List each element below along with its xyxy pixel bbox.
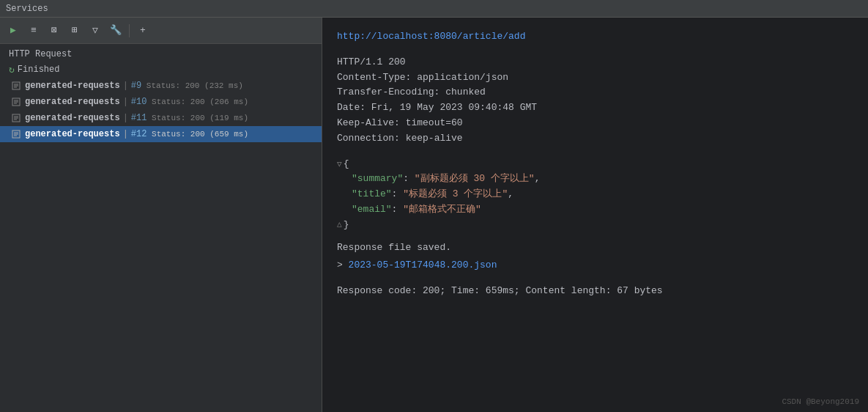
tree-section-http-request: HTTP Request xyxy=(0,47,322,62)
json-open-brace: { xyxy=(344,158,349,169)
response-saved-link[interactable]: 2023-05-19T174048.200.json xyxy=(349,260,497,271)
watermark: CSDN @Beyong2019 xyxy=(782,397,859,406)
title-label: Services xyxy=(6,4,48,14)
tree-group-finished: ↻ Finished xyxy=(0,62,322,78)
main-layout: ▶ ≡ ⊠ ⊞ ▽ 🔧 + xyxy=(0,18,868,412)
date-key: Date: xyxy=(337,102,366,113)
response-summary: Response code: 200; Time: 659ms; Content… xyxy=(337,284,853,299)
status-line-text: HTTP/1.1 200 xyxy=(337,56,406,67)
item-name-9: generated-requests xyxy=(25,81,120,91)
item-sep-12: | xyxy=(123,129,128,139)
response-saved-text: Response file saved. xyxy=(337,240,853,256)
finished-icon: ↻ xyxy=(9,64,15,76)
json-title-key: "title" xyxy=(352,188,392,199)
transfer-encoding-value: chunked xyxy=(439,87,485,98)
json-close-brace: } xyxy=(344,218,349,233)
json-email-key: "email" xyxy=(352,204,392,215)
keep-alive-key: Keep-Alive: xyxy=(337,117,400,128)
play-icon: ▶ xyxy=(10,26,16,35)
content-type-key: Content-Type: xyxy=(337,72,411,83)
tree-item-12[interactable]: generated-requests | #12 Status: 200 (65… xyxy=(0,126,322,142)
stop-icon: ⊠ xyxy=(51,26,57,35)
header-transfer-encoding: Transfer-Encoding: chunked xyxy=(337,85,853,100)
settings-button[interactable]: 🔧 xyxy=(107,22,125,40)
item-status-12: Status: 200 (659 ms) xyxy=(146,130,248,139)
request-icon-9 xyxy=(10,80,22,92)
json-close-block: △} xyxy=(337,218,853,233)
item-name-11: generated-requests xyxy=(25,113,120,123)
rerun-all-button[interactable]: ≡ xyxy=(25,22,42,40)
toolbar: ▶ ≡ ⊠ ⊞ ▽ 🔧 + xyxy=(0,18,322,44)
item-name-10: generated-requests xyxy=(25,97,120,107)
json-body: ▽{ "summary": "副标题必须 30 个字以上", "title": … xyxy=(337,157,853,233)
date-value: Fri, 19 May 2023 09:40:48 GMT xyxy=(366,102,537,113)
tree-item-9[interactable]: generated-requests | #9 Status: 200 (232… xyxy=(0,78,322,94)
request-icon-10 xyxy=(10,96,22,108)
http-request-label: HTTP Request xyxy=(9,49,72,59)
header-keep-alive: Keep-Alive: timeout=60 xyxy=(337,116,853,131)
json-title-value: "标题必须 3 个字以上" xyxy=(403,188,508,199)
json-summary-value: "副标题必须 30 个字以上" xyxy=(415,173,535,184)
json-summary-line: "summary": "副标题必须 30 个字以上", xyxy=(337,172,853,187)
tree-item-10[interactable]: generated-requests | #10 Status: 200 (20… xyxy=(0,94,322,110)
item-sep-11: | xyxy=(123,113,128,123)
header-date: Date: Fri, 19 May 2023 09:40:48 GMT xyxy=(337,100,853,116)
layout-button[interactable]: ⊞ xyxy=(66,22,84,40)
item-status-9: Status: 200 (232 ms) xyxy=(141,81,243,90)
request-icon-11 xyxy=(10,112,22,124)
wrench-icon: 🔧 xyxy=(110,26,122,35)
title-bar: Services xyxy=(0,0,868,18)
transfer-encoding-key: Transfer-Encoding: xyxy=(337,87,439,98)
rerun-all-icon: ≡ xyxy=(31,26,37,35)
item-status-11: Status: 200 (119 ms) xyxy=(146,114,248,122)
content-type-value: application/json xyxy=(411,72,508,83)
filter-button[interactable]: ▽ xyxy=(86,22,104,40)
item-number-10: #10 xyxy=(131,97,147,107)
item-sep-9: | xyxy=(123,81,128,91)
filter-icon: ▽ xyxy=(92,26,98,35)
item-name-12: generated-requests xyxy=(25,129,120,139)
response-headers: HTTP/1.1 200 Content-Type: application/j… xyxy=(337,55,853,147)
json-collapse-close-icon: △ xyxy=(337,218,342,232)
json-collapse-icon: ▽ xyxy=(337,160,342,169)
tree-item-11[interactable]: generated-requests | #11 Status: 200 (11… xyxy=(0,110,322,126)
add-button[interactable]: + xyxy=(134,22,152,40)
item-number-12: #12 xyxy=(131,129,147,139)
json-colon-2: : xyxy=(392,188,404,199)
item-number-9: #9 xyxy=(131,81,141,91)
response-saved-link-line: > 2023-05-19T174048.200.json xyxy=(337,258,853,273)
connection-key: Connection: xyxy=(337,133,400,144)
item-status-10: Status: 200 (206 ms) xyxy=(146,98,248,106)
left-panel: ▶ ≡ ⊠ ⊞ ▽ 🔧 + xyxy=(0,18,322,412)
json-colon-3: : xyxy=(392,204,404,215)
connection-value: keep-alive xyxy=(400,133,463,144)
status-line: HTTP/1.1 200 xyxy=(337,55,853,70)
add-icon: + xyxy=(140,26,146,35)
header-connection: Connection: keep-alive xyxy=(337,131,853,147)
tree-area: HTTP Request ↻ Finished generated-reques… xyxy=(0,44,322,412)
json-colon-1: : xyxy=(403,173,415,184)
stop-button[interactable]: ⊠ xyxy=(45,22,63,40)
response-url[interactable]: http://localhost:8080/article/add xyxy=(337,29,853,45)
json-email-value: "邮箱格式不正确" xyxy=(403,204,481,215)
right-panel: http://localhost:8080/article/add HTTP/1… xyxy=(322,18,868,412)
item-sep-10: | xyxy=(123,97,128,107)
keep-alive-value: timeout=60 xyxy=(400,117,463,128)
header-content-type: Content-Type: application/json xyxy=(337,70,853,86)
json-summary-key: "summary" xyxy=(352,173,403,184)
layout-icon: ⊞ xyxy=(72,26,78,35)
json-title-line: "title": "标题必须 3 个字以上", xyxy=(337,187,853,202)
item-number-11: #11 xyxy=(131,113,147,123)
finished-label: Finished xyxy=(18,65,60,75)
separator xyxy=(129,24,130,37)
request-icon-12 xyxy=(10,128,22,140)
play-button[interactable]: ▶ xyxy=(4,22,22,40)
json-email-line: "email": "邮箱格式不正确" xyxy=(337,202,853,218)
